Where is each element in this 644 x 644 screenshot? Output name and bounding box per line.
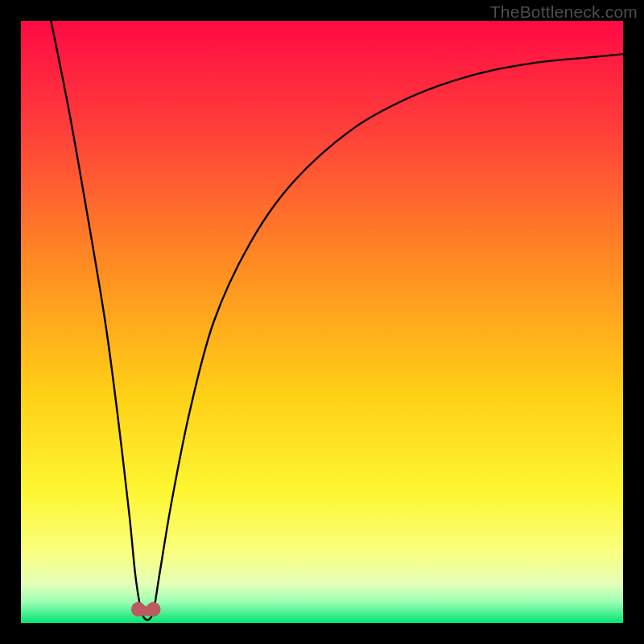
bottleneck-chart [21,21,623,623]
gradient-background [21,21,623,623]
plot-frame [21,21,623,623]
marker-min-left [131,602,146,617]
watermark-text: TheBottleneck.com [490,2,638,22]
marker-min-right [147,602,161,617]
